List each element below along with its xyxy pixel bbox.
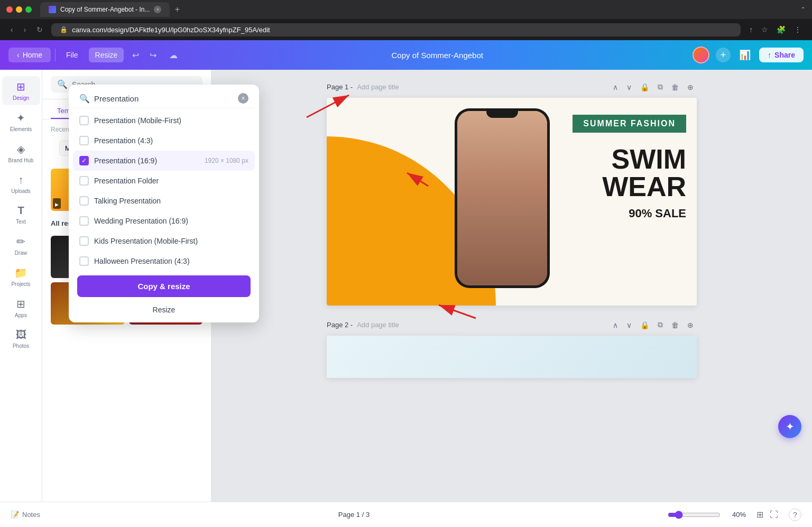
redo-button[interactable]: ↪ bbox=[145, 48, 161, 62]
zoom-slider[interactable] bbox=[668, 511, 721, 519]
url-input[interactable]: 🔒 canva.com/design/DAFktfe1y9U/lpG0hzDoS… bbox=[51, 23, 741, 36]
sidebar-item-projects[interactable]: 📁 Projects bbox=[2, 262, 40, 291]
item-label-wedding: Wedding Presentation (16:9) bbox=[94, 217, 248, 225]
tab-close-button[interactable]: × bbox=[154, 6, 161, 13]
page-2-copy-button[interactable]: ⧉ bbox=[654, 318, 666, 331]
bookmark-button[interactable]: ☆ bbox=[759, 23, 770, 36]
canvas-frame-1[interactable]: SUMMER FASHION S bbox=[327, 98, 697, 306]
share-url-button[interactable]: ↑ bbox=[747, 23, 755, 36]
page-2-delete-button[interactable]: 🗑 bbox=[668, 318, 682, 331]
sidebar-item-brand[interactable]: ◈ Brand Hub bbox=[2, 138, 40, 168]
fullscreen-traffic-light[interactable] bbox=[25, 6, 32, 13]
checkbox-talking[interactable] bbox=[79, 196, 89, 206]
dropdown-item-16-9[interactable]: ✓ Presentation (16:9) 1920 × 1080 px bbox=[73, 151, 255, 171]
dropdown-item-4-3[interactable]: Presentation (4:3) bbox=[73, 131, 255, 151]
cloud-save-button[interactable]: ☁ bbox=[165, 48, 182, 62]
dropdown-item-wedding[interactable]: Wedding Presentation (16:9) bbox=[73, 211, 255, 231]
app-container: ‹ Home File Resize ↩ ↪ ☁ Copy of Sommer-… bbox=[0, 40, 812, 527]
sidebar-label-brand: Brand Hub bbox=[8, 158, 34, 163]
sidebar-item-text[interactable]: T Text bbox=[2, 200, 40, 229]
dropdown-item-halloween[interactable]: Halloween Presentation (4:3) bbox=[73, 251, 255, 271]
page-2-controls: ∧ ∨ 🔒 ⧉ 🗑 ⊕ bbox=[610, 318, 697, 331]
page-2-up-button[interactable]: ∧ bbox=[610, 318, 621, 331]
close-traffic-light[interactable] bbox=[6, 6, 13, 13]
page-1-down-button[interactable]: ∨ bbox=[623, 80, 635, 94]
canvas-frame-2[interactable] bbox=[327, 336, 697, 378]
more-button[interactable]: ⋮ bbox=[792, 23, 804, 36]
item-label-16-9: Presentation (16:9) bbox=[94, 156, 199, 165]
notes-icon: 📝 bbox=[11, 511, 19, 519]
chevron-left-icon: ‹ bbox=[17, 51, 20, 59]
sidebar-item-design[interactable]: ⊞ Design bbox=[2, 76, 40, 105]
dropdown-item-kids[interactable]: Kids Presentation (Mobile-First) bbox=[73, 231, 255, 251]
sidebar-label-projects: Projects bbox=[11, 281, 30, 287]
page-2-expand-button[interactable]: ⊕ bbox=[684, 318, 697, 331]
checkbox-kids[interactable] bbox=[79, 236, 89, 246]
page-1-copy-button[interactable]: ⧉ bbox=[654, 80, 666, 94]
checkbox-4-3[interactable] bbox=[79, 136, 89, 145]
search-icon: 🔍 bbox=[57, 79, 68, 89]
user-avatar[interactable] bbox=[693, 47, 709, 63]
page-2-title-placeholder[interactable]: Add page title bbox=[357, 321, 399, 329]
grid-view-button[interactable]: ⊞ bbox=[754, 507, 765, 522]
dropdown-item-talking[interactable]: Talking Presentation bbox=[73, 191, 255, 211]
forward-button[interactable]: › bbox=[22, 23, 29, 36]
sidebar-item-uploads[interactable]: ↑ Uploads bbox=[2, 170, 40, 198]
url-actions: ↑ ☆ 🧩 ⋮ bbox=[747, 23, 804, 36]
search-clear-button[interactable]: × bbox=[238, 93, 248, 104]
resize-only-button[interactable]: Resize bbox=[73, 301, 255, 318]
document-title: Copy of Sommer-Angebot bbox=[188, 51, 686, 60]
page-1-lock-button[interactable]: 🔒 bbox=[637, 80, 652, 94]
design-header-text: SUMMER FASHION bbox=[583, 119, 676, 128]
page-1-title-placeholder[interactable]: Add page title bbox=[357, 83, 399, 91]
checkmark-icon: ✓ bbox=[81, 157, 87, 164]
checkbox-halloween[interactable] bbox=[79, 256, 89, 266]
checkbox-mobile-first[interactable] bbox=[79, 116, 89, 125]
page-1-delete-button[interactable]: 🗑 bbox=[668, 80, 682, 94]
checkbox-wedding[interactable] bbox=[79, 216, 89, 226]
help-button[interactable]: ? bbox=[789, 508, 801, 521]
extensions-button[interactable]: 🧩 bbox=[774, 23, 788, 36]
traffic-lights bbox=[6, 6, 32, 13]
home-button[interactable]: ‹ Home bbox=[8, 48, 51, 62]
main-content: ⊞ Design ✦ Elements ◈ Brand Hub ↑ Upload… bbox=[0, 70, 812, 502]
dropdown-item-mobile-first[interactable]: Presentation (Mobile-First) bbox=[73, 110, 255, 131]
sidebar-item-apps[interactable]: ⊞ Apps bbox=[2, 293, 40, 322]
page-2-lock-button[interactable]: 🔒 bbox=[637, 318, 652, 331]
share-button[interactable]: ↑ Share bbox=[759, 48, 804, 62]
sidebar-item-photos[interactable]: 🖼 Photos bbox=[2, 325, 40, 353]
page-2-down-button[interactable]: ∨ bbox=[623, 318, 635, 331]
share-icon: ↑ bbox=[768, 51, 771, 59]
magic-button[interactable]: ✦ bbox=[778, 415, 801, 438]
design-icon: ⊞ bbox=[16, 80, 25, 93]
minimize-traffic-light[interactable] bbox=[16, 6, 22, 13]
add-collaborator-button[interactable]: + bbox=[716, 48, 731, 62]
checkbox-16-9[interactable]: ✓ bbox=[79, 156, 89, 165]
copy-resize-button[interactable]: Copy & resize bbox=[77, 275, 251, 297]
brand-icon: ◈ bbox=[17, 143, 25, 155]
page-1-up-button[interactable]: ∧ bbox=[610, 80, 621, 94]
active-tab[interactable]: Copy of Sommer-Angebot - In... × bbox=[40, 2, 170, 17]
window-controls[interactable]: ⌃ bbox=[800, 6, 806, 13]
play-icon: ▶ bbox=[55, 202, 59, 207]
new-tab-button[interactable]: + bbox=[172, 4, 182, 15]
checkbox-folder[interactable] bbox=[79, 176, 89, 186]
refresh-button[interactable]: ↻ bbox=[34, 23, 45, 36]
fullscreen-button[interactable]: ⛶ bbox=[768, 507, 780, 522]
resize-button[interactable]: Resize bbox=[89, 48, 124, 62]
page-1-expand-button[interactable]: ⊕ bbox=[684, 80, 697, 94]
notes-label: Notes bbox=[22, 511, 40, 519]
toolbar-right: + 📊 ↑ Share bbox=[693, 47, 804, 63]
undo-button[interactable]: ↩ bbox=[128, 48, 143, 62]
dropdown-search-input[interactable] bbox=[94, 94, 234, 103]
dropdown-item-folder[interactable]: Presentation Folder bbox=[73, 171, 255, 191]
analytics-button[interactable]: 📊 bbox=[737, 47, 753, 63]
notes-button[interactable]: 📝 Notes bbox=[11, 511, 40, 519]
item-badge-16-9: 1920 × 1080 px bbox=[205, 157, 248, 164]
file-button[interactable]: File bbox=[60, 48, 85, 62]
canvas-content-1: SUMMER FASHION S bbox=[327, 98, 697, 306]
design-background: SUMMER FASHION S bbox=[327, 98, 697, 306]
sidebar-item-draw[interactable]: ✏ Draw bbox=[2, 231, 40, 260]
sidebar-item-elements[interactable]: ✦ Elements bbox=[2, 107, 40, 136]
back-button[interactable]: ‹ bbox=[8, 23, 15, 36]
